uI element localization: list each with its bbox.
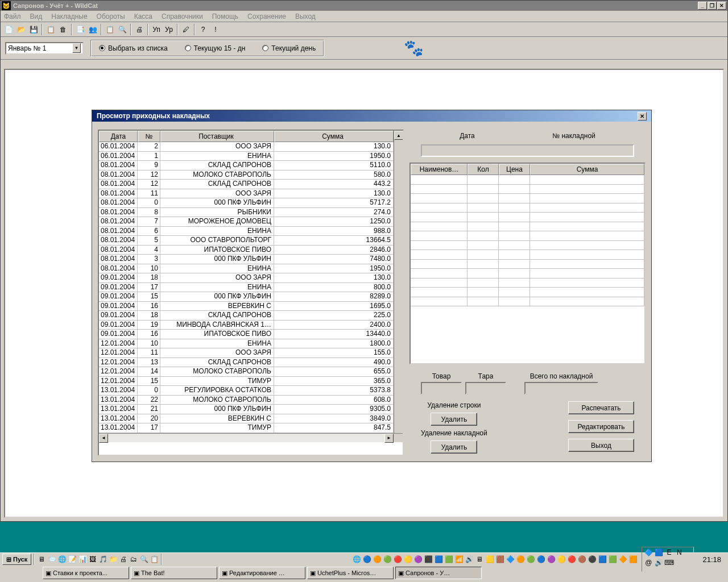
close-button[interactable]: ✕ [717, 2, 726, 10]
systray-icon[interactable]: E [664, 548, 673, 557]
menu-file[interactable]: Файл [4, 13, 21, 20]
tray-icon[interactable]: 🟢 [526, 555, 535, 564]
radio-current-day[interactable]: Текущий день [262, 44, 316, 52]
table-row[interactable]: 08.01.200412МОЛОКО СТАВРОПОЛЬ580.0 [99, 171, 394, 180]
taskbar-button[interactable]: ▣Редактирование … [219, 567, 305, 579]
table-row[interactable]: 08.01.20045ООО СТАВРОПОЛЬТОРГ13664.5 [99, 236, 394, 246]
tray-icon[interactable]: 🔴 [567, 555, 576, 564]
systray-icon[interactable]: N [675, 548, 684, 557]
menu-invoices[interactable]: Накладные [51, 13, 87, 20]
table-row[interactable]: 08.01.20046ЕНИНА988.0 [99, 227, 394, 236]
table-row[interactable] [411, 175, 644, 185]
system-tray[interactable]: 🔷🟦EN@🔊⌨ [642, 547, 694, 572]
taskbar-button[interactable]: ▣Сапронов - У… [395, 567, 482, 579]
toolbar-button[interactable]: Уп [151, 24, 162, 35]
quick-launch-icon[interactable]: 🖼 [88, 555, 97, 564]
quick-launch-icon[interactable]: 🗂 [129, 555, 138, 564]
delete-row-button[interactable]: Удалить [431, 413, 477, 426]
table-row[interactable]: 09.01.200418ООО ЗАРЯ130.0 [99, 273, 394, 283]
table-row[interactable] [411, 260, 644, 269]
col-sum[interactable]: Сумма [530, 164, 644, 175]
systray-icon[interactable]: 🔊 [654, 558, 663, 567]
col-sum[interactable]: Сумма [274, 131, 394, 142]
vertical-scrollbar[interactable]: ▲ [394, 131, 403, 433]
systray-icon[interactable]: 🔷 [644, 548, 653, 557]
tray-icon[interactable]: 🟨 [485, 555, 494, 564]
table-row[interactable] [411, 231, 644, 241]
menu-view[interactable]: Вид [30, 13, 43, 20]
toolbar-button[interactable]: 📂 [15, 24, 27, 35]
tray-icon[interactable]: 🟩 [608, 555, 617, 564]
toolbar-button[interactable]: ! [210, 24, 221, 35]
menu-catalogs[interactable]: Справочники [162, 13, 203, 20]
scroll-up-icon[interactable]: ▲ [394, 131, 403, 140]
table-row[interactable]: 13.01.200421000 ПКФ УЛЬФИН9305.0 [99, 405, 394, 414]
table-row[interactable] [411, 250, 644, 260]
tray-icon[interactable]: 🟣 [413, 555, 423, 564]
table-row[interactable]: 09.01.200415000 ПКФ УЛЬФИН8289.0 [99, 292, 394, 302]
table-row[interactable]: 13.01.200420ВЕРЕВКИН С3849.0 [99, 414, 394, 424]
tray-icon[interactable]: 🔷 [506, 555, 515, 564]
table-row[interactable]: 12.01.200411ООО ЗАРЯ155.0 [99, 348, 394, 358]
quick-launch-icon[interactable]: 🖥 [37, 555, 46, 564]
menu-save[interactable]: Сохранение [247, 13, 286, 20]
scroll-right-icon[interactable]: ► [384, 434, 394, 443]
tray-icon[interactable]: 🔊 [465, 555, 474, 564]
period-combo[interactable]: Январь № 1 ▼ [5, 42, 84, 55]
tray-icon[interactable]: ⬛ [424, 555, 433, 564]
col-number[interactable]: № [138, 131, 160, 142]
dialog-close-button[interactable]: ✕ [638, 112, 647, 120]
invoices-grid[interactable]: Дата № Поставщик Сумма 06.01.20042ООО ЗА… [98, 130, 404, 456]
table-row[interactable] [411, 185, 644, 194]
table-row[interactable]: 08.01.20044ИПАТОВСКОЕ ПИВО2846.0 [99, 246, 394, 255]
toolbar-button[interactable]: 🔍 [117, 24, 128, 35]
table-row[interactable] [411, 203, 644, 213]
tray-icon[interactable]: 🟢 [383, 555, 392, 564]
quick-launch-icon[interactable]: 🎵 [98, 555, 107, 564]
table-row[interactable]: 08.01.200412СКЛАД САПРОНОВ443.2 [99, 180, 394, 189]
toolbar-button[interactable]: 👥 [87, 24, 98, 35]
table-row[interactable]: 09.01.200417ЕНИНА800.0 [99, 283, 394, 293]
exit-button[interactable]: Выход [568, 439, 634, 452]
col-supplier[interactable]: Поставщик [160, 131, 274, 142]
table-row[interactable]: 12.01.200415ТИМУР365.0 [99, 377, 394, 386]
table-row[interactable] [411, 194, 644, 203]
toolbar-button[interactable]: Ур [163, 24, 175, 35]
quick-launch-icon[interactable]: 🌐 [57, 555, 67, 564]
tray-icon[interactable]: 🟡 [403, 555, 412, 564]
tray-icon[interactable]: 🖥 [475, 555, 484, 564]
tray-icon[interactable]: 🟩 [444, 555, 453, 564]
start-button[interactable]: ⊞ Пуск [2, 554, 31, 565]
doc-info-field[interactable] [421, 144, 634, 157]
table-row[interactable]: 08.01.20040000 ПКФ УЛЬФИН5717.2 [99, 198, 394, 208]
tray-icon[interactable]: 🟠 [516, 555, 525, 564]
clock[interactable]: 21:18 [698, 555, 726, 564]
tray-icon[interactable]: 🟡 [557, 555, 566, 564]
toolbar-button[interactable]: 🗑 [57, 24, 69, 35]
tray-icon[interactable]: 🔴 [393, 555, 402, 564]
table-row[interactable] [411, 213, 644, 222]
systray-icon[interactable]: @ [644, 558, 653, 567]
col-qty[interactable]: Кол [468, 164, 499, 175]
radio-current-15[interactable]: Текущую 15 - дн [185, 44, 246, 52]
tray-icon[interactable]: 🟠 [373, 555, 382, 564]
details-grid[interactable]: Наименов… Кол Цена Сумма [410, 163, 646, 364]
tray-icon[interactable]: 🟧 [628, 555, 638, 564]
toolbar-button[interactable]: 🖨 [134, 24, 145, 35]
systray-icon[interactable]: ⌨ [664, 558, 673, 567]
tray-icon[interactable]: 🔵 [362, 555, 371, 564]
systray-icon[interactable]: 🟦 [654, 548, 663, 557]
menu-help[interactable]: Помощь [212, 13, 238, 20]
print-button[interactable]: Распечатать [568, 401, 634, 414]
tray-icon[interactable]: 🟣 [547, 555, 556, 564]
quick-launch-icon[interactable]: 📨 [47, 555, 56, 564]
table-row[interactable]: 06.01.20042ООО ЗАРЯ130.0 [99, 142, 394, 152]
menu-turnover[interactable]: Обороты [97, 13, 125, 20]
table-row[interactable]: 09.01.200418СКЛАД САПРОНОВ225.0 [99, 311, 394, 321]
table-row[interactable]: 08.01.200410ЕНИНА1950.0 [99, 264, 394, 274]
table-row[interactable]: 08.01.20047МОРОЖЕНОЕ ДОМОВЕЦ1250.0 [99, 217, 394, 227]
tray-icon[interactable]: 🟦 [434, 555, 443, 564]
toolbar-button[interactable]: 📋 [45, 24, 56, 35]
toolbar-button[interactable]: 📄 [3, 24, 14, 35]
quick-launch-icon[interactable]: 📁 [109, 555, 118, 564]
